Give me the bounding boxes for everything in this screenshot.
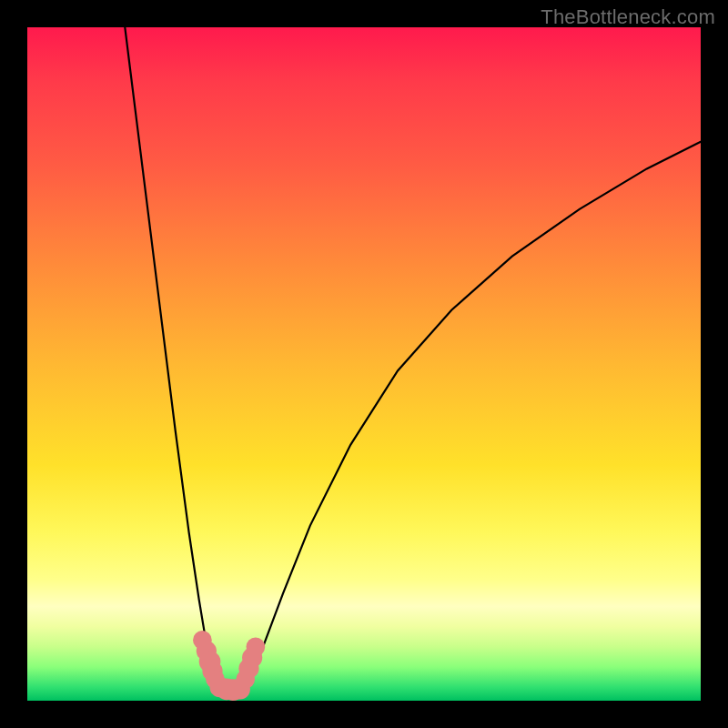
chart-plot-area: [27, 27, 701, 701]
curve-left-branch: [125, 27, 221, 689]
curve-right-branch: [243, 142, 701, 689]
chart-svg: [27, 27, 701, 701]
watermark-text: TheBottleneck.com: [541, 5, 715, 29]
marker-group: [193, 631, 265, 701]
marker-bead: [247, 637, 266, 656]
chart-frame: TheBottleneck.com: [0, 0, 728, 728]
